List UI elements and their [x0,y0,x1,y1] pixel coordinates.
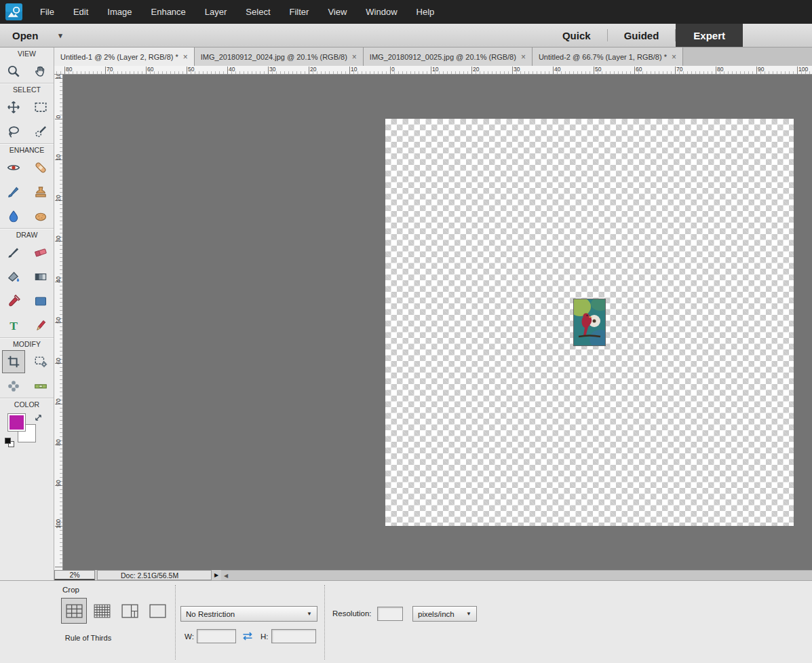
tool-rectangular-marquee[interactable] [29,96,52,119]
marquee-icon [33,100,48,115]
document-tab[interactable]: IMG_20180912_0024.jpg @ 20.1% (RGB/8)× [195,48,364,66]
ruler-tick-label: 90 [758,66,764,73]
mode-tab-expert[interactable]: Expert [676,24,743,47]
height-input[interactable] [271,629,316,643]
photoshop-elements-window: FileEditImageEnhanceLayerSelectFilterVie… [0,0,812,663]
tool-shape[interactable] [29,290,52,313]
menu-item-image[interactable]: Image [98,7,141,17]
zoom-level-field[interactable]: 2% [54,570,95,580]
tool-pencil[interactable] [29,314,52,337]
width-input[interactable] [197,629,236,643]
tool-crop[interactable] [2,350,25,373]
tool-type[interactable]: T [2,314,25,337]
tool-clone-stamp[interactable] [29,181,52,204]
document-tab[interactable]: IMG_20180912_0025.jpg @ 20.1% (RGB/8)× [364,48,533,66]
gradient-icon [33,269,48,284]
tool-lasso[interactable] [2,120,25,143]
foreground-color-swatch[interactable] [8,414,25,431]
tool-red-eye-removal[interactable] [2,156,25,179]
tab-close-icon[interactable]: × [521,52,526,62]
resolution-input[interactable] [377,607,403,621]
tab-close-icon[interactable]: × [183,52,188,62]
document-tab[interactable]: Untitled-2 @ 66.7% (Layer 1, RGB/8) *× [533,48,683,66]
dense-grid-icon [93,602,111,620]
section-label-modify: MODIFY [0,338,54,350]
document-size-info: Doc: 2.51G/56.5M [97,570,212,580]
tool-paint-bucket[interactable] [2,265,25,288]
restriction-value: No Restriction [186,610,235,618]
tool-sponge[interactable] [29,205,52,228]
overlay-grid-button[interactable] [89,598,115,624]
swap-colors-icon[interactable] [34,413,43,425]
ruler-tick-label: 30 [269,66,275,73]
app-logo-icon[interactable] [5,3,22,20]
tool-gradient[interactable] [29,265,52,288]
document-tab[interactable]: Untitled-1 @ 2% (Layer 2, RGB/8) *× [54,48,195,66]
tool-hand[interactable] [29,60,52,83]
overlay-rule-of-thirds-button[interactable] [61,598,87,624]
tool-eraser[interactable] [29,241,52,264]
document-tabs: Untitled-1 @ 2% (Layer 2, RGB/8) *×IMG_2… [54,48,812,66]
ruler-tick-label: 80 [66,66,72,73]
mode-tab-quick[interactable]: Quick [546,30,607,41]
menu-item-view[interactable]: View [318,7,356,17]
tool-smart-brush[interactable] [2,181,25,204]
tab-close-icon[interactable]: × [352,52,357,62]
document-tab-label: Untitled-1 @ 2% (Layer 2, RGB/8) * [60,53,178,61]
tool-content-aware-move[interactable] [2,375,25,398]
section-label-select: SELECT [0,83,54,96]
section-label-color: COLOR [0,398,54,411]
section-label-draw: DRAW [0,229,54,241]
tool-eyedropper[interactable] [2,290,25,313]
tool-spot-healing-brush[interactable] [29,156,52,179]
tool-recompose[interactable] [29,350,52,373]
mode-tab-guided[interactable]: Guided [608,30,676,41]
menu-item-file[interactable]: File [31,7,64,17]
menu-item-filter[interactable]: Filter [280,7,319,17]
tool-blur[interactable] [2,205,25,228]
resolution-units-dropdown[interactable]: pixels/inch ▼ [412,606,477,622]
ruler-tick-label: 10 [55,75,62,81]
tab-close-icon[interactable]: × [672,52,676,62]
ruler-tick-label: 40 [55,274,62,285]
document-canvas-transparency-checkerboard[interactable] [385,119,794,526]
ruler-tick-label: 10 [351,66,357,73]
ruler-tick-label: 60 [55,356,62,366]
menu-item-edit[interactable]: Edit [64,7,98,17]
no-overlay-icon [149,602,167,620]
tool-move[interactable] [2,96,25,119]
scroll-left-arrow-icon[interactable]: ◀ [221,573,228,579]
overlay-none-button[interactable] [144,598,170,624]
ruler-tick-label: 70 [107,66,113,73]
document-tab-label: Untitled-2 @ 66.7% (Layer 1, RGB/8) * [539,53,667,61]
default-colors-icon[interactable] [5,438,16,449]
tool-brush[interactable] [2,241,25,264]
ruler-tick-label: 50 [55,315,62,326]
photoshop-elements-logo-icon [5,3,22,20]
tool-zoom[interactable] [2,60,25,83]
status-flyout-arrow-icon[interactable]: ▶ [212,570,221,580]
ruler-tick-label: 100 [55,518,62,529]
swap-width-height-icon[interactable] [241,631,254,643]
menu-item-window[interactable]: Window [356,7,406,17]
horizontal-scrollbar[interactable]: ◀ [221,570,812,580]
crop-icon [6,354,21,369]
red-eye-icon [6,160,21,175]
vertical-ruler: 100102030405060708090100 [54,75,63,570]
crop-restriction-dropdown[interactable]: No Restriction ▼ [180,606,317,622]
open-button[interactable]: Open ▾ [12,24,62,47]
ruler-tick-label: 0 [55,111,62,122]
canvas-workspace[interactable] [63,75,812,570]
menu-item-help[interactable]: Help [407,7,444,17]
menu-item-select[interactable]: Select [236,7,279,17]
shape-icon [33,294,48,309]
tool-quick-selection[interactable] [29,120,52,143]
ruler-tick-label: 10 [55,152,62,163]
overlay-caption: Rule of Thirds [37,634,139,642]
tool-straighten[interactable] [29,375,52,398]
overlay-golden-ratio-button[interactable] [117,598,142,624]
doc-size-value: Doc: 2.51G/56.5M [121,571,178,580]
menu-item-enhance[interactable]: Enhance [142,7,195,17]
menu-item-layer[interactable]: Layer [195,7,237,17]
section-label-enhance: ENHANCE [0,144,54,156]
